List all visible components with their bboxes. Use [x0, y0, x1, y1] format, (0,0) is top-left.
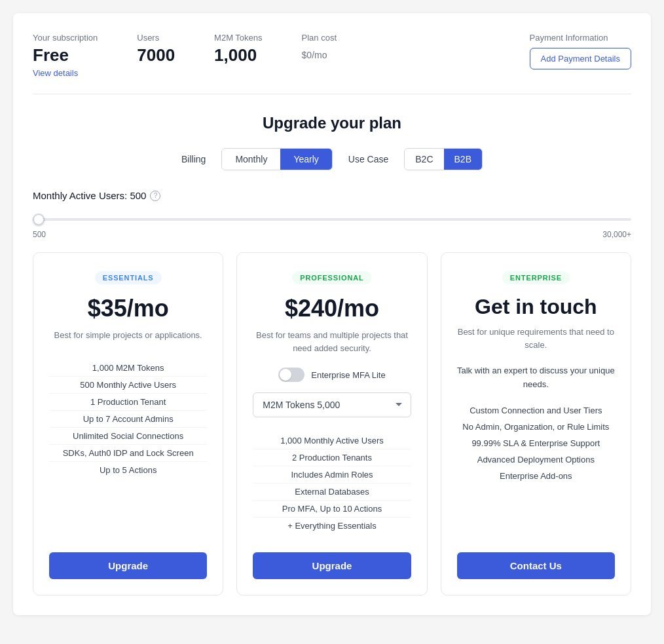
upgrade-section: Upgrade your plan Billing Monthly Yearly… [33, 114, 631, 596]
subscription-header: Your subscription Free View details User… [33, 33, 631, 94]
list-item: + Everything Essentials [253, 517, 411, 534]
add-payment-button[interactable]: Add Payment Details [530, 48, 631, 69]
list-item: Unlimited Social Connections [49, 427, 207, 444]
cost-item: Plan cost $0/mo [302, 33, 337, 62]
billing-label: Billing [181, 154, 206, 164]
enterprise-desc: Best for unique requirements that need t… [457, 326, 615, 351]
tokens-item: M2M Tokens 1,000 [214, 33, 262, 66]
mau-slider[interactable] [33, 218, 631, 221]
upgrade-title: Upgrade your plan [33, 114, 631, 132]
slider-min-label: 500 [33, 230, 46, 239]
users-label: Users [137, 33, 175, 43]
professional-features: 1,000 Monthly Active Users 2 Production … [253, 428, 411, 534]
cost-value: $0/mo [302, 45, 337, 62]
slider-max-label: 30,000+ [602, 230, 631, 239]
professional-price: $240/mo [285, 295, 379, 322]
enterprise-badge: ENTERPRISE [502, 271, 570, 284]
mfa-row: Enterprise MFA Lite [278, 368, 385, 382]
list-item: Includes Admin Roles [253, 466, 411, 483]
list-item: 500 Monthly Active Users [49, 376, 207, 393]
enterprise-talk: Talk with an expert to discuss your uniq… [457, 364, 615, 392]
mau-title: Monthly Active Users: 500 ? [33, 190, 631, 201]
list-item: Advanced Deployment Options [457, 451, 615, 468]
essentials-badge: ESSENTIALS [95, 271, 162, 284]
b2c-button[interactable]: B2C [405, 149, 443, 170]
monthly-button[interactable]: Monthly [222, 149, 280, 170]
mau-info-icon[interactable]: ? [150, 191, 160, 201]
list-item: External Databases [253, 483, 411, 500]
essentials-price: $35/mo [88, 295, 169, 322]
list-item: Up to 7 Account Admins [49, 410, 207, 427]
list-item: No Admin, Organization, or Rule Limits [457, 419, 615, 435]
contact-us-button[interactable]: Contact Us [457, 552, 615, 579]
main-container: Your subscription Free View details User… [13, 13, 651, 615]
mfa-label: Enterprise MFA Lite [311, 370, 385, 380]
professional-desc: Best for teams and multiple projects tha… [253, 329, 411, 354]
list-item: Up to 5 Actions [49, 461, 207, 478]
list-item: 1 Production Tenant [49, 393, 207, 410]
list-item: Custom Connection and User Tiers [457, 402, 615, 419]
mau-section: Monthly Active Users: 500 ? 500 30,000+ [33, 190, 631, 239]
essentials-card: ESSENTIALS $35/mo Best for simple projec… [33, 252, 223, 596]
tokens-label: M2M Tokens [214, 33, 262, 43]
list-item: 99.99% SLA & Enterprise Support [457, 435, 615, 451]
mfa-toggle[interactable] [278, 368, 304, 382]
payment-label: Payment Information [530, 33, 631, 43]
yearly-button[interactable]: Yearly [280, 149, 331, 170]
usecase-toggle-group: B2C B2B [404, 148, 483, 170]
view-details-link[interactable]: View details [33, 68, 98, 78]
essentials-desc: Best for simple projects or applications… [54, 329, 202, 342]
enterprise-features: Custom Connection and User Tiers No Admi… [457, 402, 615, 484]
list-item: Pro MFA, Up to 10 Actions [253, 500, 411, 517]
list-item: 1,000 M2M Tokens [49, 355, 207, 376]
token-select[interactable]: M2M Tokens 5,000 [253, 392, 411, 417]
enterprise-price: Get in touch [475, 295, 597, 319]
slider-container [33, 212, 631, 223]
billing-row: Billing Monthly Yearly Use Case B2C B2B [33, 148, 631, 170]
users-value: 7000 [137, 45, 175, 66]
list-item: 1,000 Monthly Active Users [253, 428, 411, 449]
professional-badge: PROFESSIONAL [292, 271, 371, 284]
list-item: 2 Production Tenants [253, 449, 411, 466]
subscription-plan-value: Free [33, 45, 98, 66]
tokens-value: 1,000 [214, 45, 262, 66]
subscription-label: Your subscription [33, 33, 98, 43]
professional-card: PROFESSIONAL $240/mo Best for teams and … [236, 252, 427, 596]
essentials-upgrade-button[interactable]: Upgrade [49, 552, 207, 579]
cost-label: Plan cost [302, 33, 337, 43]
users-item: Users 7000 [137, 33, 175, 66]
subscription-plan-item: Your subscription Free View details [33, 33, 98, 78]
enterprise-card: ENTERPRISE Get in touch Best for unique … [441, 252, 631, 596]
slider-labels: 500 30,000+ [33, 230, 631, 239]
billing-toggle-group: Monthly Yearly [221, 148, 332, 170]
professional-upgrade-button[interactable]: Upgrade [253, 552, 411, 579]
payment-section: Payment Information Add Payment Details [530, 33, 631, 69]
essentials-features: 1,000 M2M Tokens 500 Monthly Active User… [49, 355, 207, 535]
b2b-button[interactable]: B2B [444, 149, 482, 170]
pricing-grid: ESSENTIALS $35/mo Best for simple projec… [33, 252, 631, 596]
list-item: Enterprise Add-ons [457, 468, 615, 484]
list-item: SDKs, Auth0 IDP and Lock Screen [49, 444, 207, 461]
usecase-label: Use Case [348, 154, 388, 164]
